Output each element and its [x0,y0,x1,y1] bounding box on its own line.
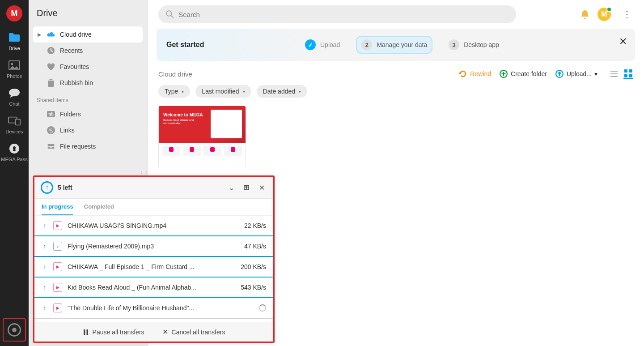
banner-step-desktop-app[interactable]: 3 Desktop app [444,37,504,53]
shared-items-label: Shared items [29,93,147,104]
svg-point-1 [11,63,13,65]
transfer-row[interactable]: ↑ ▶ "The Double Life of My Billionaire H… [34,298,273,319]
filter-last-modified[interactable]: Last modified▾ [195,85,251,98]
rail-label: Photos [7,73,22,79]
rail-item-devices[interactable]: Devices [0,110,29,138]
audio-file-icon: ♪ [53,242,62,251]
transfer-speed: 47 KB/s [244,243,266,250]
search-icon [165,10,174,19]
rail-item-photos[interactable]: Photos [0,55,29,82]
close-icon[interactable]: ✕ [256,182,267,193]
transfers-ring-icon [8,323,21,337]
banner-close-icon[interactable]: ✕ [619,36,627,47]
nav-label: Folders [60,111,81,118]
banner-title: Get started [166,41,283,49]
brand-letter: M [6,5,22,21]
rewind-button[interactable]: Rewind [458,69,491,78]
pause-all-button[interactable]: Pause all transfers [83,328,144,336]
cloud-icon [47,30,55,39]
upload-arrow-icon: ↑ [42,243,48,250]
breadcrumb[interactable]: Cloud drive [158,70,192,78]
tab-completed[interactable]: Completed [84,203,114,215]
more-menu-icon[interactable]: ⋮ [619,7,635,21]
rewind-icon [458,69,467,78]
rail-transfers-indicator[interactable] [3,318,26,342]
nav-shared-links[interactable]: Links [33,122,143,138]
video-file-icon: ▶ [53,221,62,230]
swap-icon [47,110,55,119]
transfer-speed: 543 KB/s [241,284,266,291]
app-rail: M Drive Photos Chat Devices [0,0,29,346]
step-badge: 3 [449,39,459,50]
cancel-all-button[interactable]: ✕ Cancel all transfers [162,328,225,336]
transfer-row[interactable]: ↑ ▶ CHIIKAWA _ Full Episode 1 _ Firm Cus… [34,257,273,278]
rail-label: Devices [5,129,23,134]
transfer-filename: CHIIKAWA USAGI'S SINGING.mp4 [68,222,239,229]
create-folder-button[interactable]: Create folder [499,69,547,78]
list-view-icon[interactable] [609,69,619,79]
svg-rect-12 [624,69,627,73]
step-label: Manage your data [377,41,427,48]
svg-rect-13 [629,69,632,73]
step-badge: 2 [361,39,372,50]
nav-shared-folders[interactable]: Folders [33,106,143,122]
notifications-bell-icon[interactable] [580,9,589,19]
nav-label: File requests [60,143,96,150]
transfer-row[interactable]: ↑ ▶ CHIIKAWA USAGI'S SINGING.mp4 22 KB/s [34,216,273,236]
keyhole-icon [8,142,21,155]
pause-icon [83,329,89,335]
nav-cloud-drive[interactable]: ▶ Cloud drive [33,26,143,43]
upload-arrow-icon: ↑ [42,263,48,270]
devices-icon [8,115,21,127]
heart-icon [47,62,55,71]
tab-in-progress[interactable]: In progress [42,203,73,215]
banner-step-upload[interactable]: ✓ Upload [301,37,344,53]
nav-label: Favourites [60,63,89,70]
user-avatar[interactable]: M [597,8,611,21]
rail-item-chat[interactable]: Chat [0,82,29,110]
rail-label: MEGA Pass [1,157,27,162]
transfers-panel: ↑ 5 left ⌄ ✕ In progress Completed ↑ ▶ C… [33,175,275,343]
sidebar-title: Drive [29,0,147,25]
svg-rect-15 [629,74,632,77]
svg-rect-7 [47,111,55,117]
filter-date-added[interactable]: Date added▾ [257,85,307,98]
thumb-headline: Welcome to MEGA [163,112,203,118]
nav-label: Recents [60,47,83,54]
svg-rect-3 [16,120,20,125]
transfers-header: ↑ 5 left ⌄ ✕ [34,177,273,199]
svg-point-9 [166,11,172,16]
search-input[interactable] [178,11,509,18]
upload-arrow-icon: ↑ [42,304,48,312]
collapse-icon[interactable]: ⌄ [226,182,237,193]
transfers-tabs: In progress Completed [34,199,273,216]
brand-logo[interactable]: M [0,0,29,27]
nav-rubbish-bin[interactable]: Rubbish bin [33,75,143,91]
filter-chips: Type▾ Last modified▾ Date added▾ [148,81,644,104]
banner-step-manage-data[interactable]: 2 Manage your data [357,37,432,53]
transfer-filename: CHIIKAWA _ Full Episode 1 _ Firm Custard… [68,263,235,270]
file-thumbnail[interactable]: Welcome to MEGA Secure cloud storage and… [158,106,246,168]
rail-label: Chat [9,101,19,107]
nav-favourites[interactable]: Favourites [33,59,143,75]
filter-type[interactable]: Type▾ [158,85,190,98]
transfers-list: ↑ ▶ CHIIKAWA USAGI'S SINGING.mp4 22 KB/s… [34,216,273,322]
transfer-row[interactable]: ↑ ▶ Kid Books Read Aloud _ (Fun Animal A… [34,278,273,298]
rail-item-drive[interactable]: Drive [0,27,29,55]
nav-label: Rubbish bin [60,79,93,86]
rail-item-megapass[interactable]: MEGA Pass [0,138,29,166]
popout-icon[interactable] [241,182,252,193]
svg-rect-17 [86,329,88,335]
transfer-speed: 200 KB/s [241,263,266,270]
step-label: Upload [320,41,340,48]
upload-button[interactable]: Upload... ▾ [555,69,597,78]
nav-recents[interactable]: Recents [33,43,143,59]
nav-file-requests[interactable]: File requests [33,138,143,154]
svg-rect-16 [84,329,85,335]
video-file-icon: ▶ [53,283,62,292]
transfer-row[interactable]: ↑ ♪ Flying (Remastered 2009).mp3 47 KB/s [34,236,273,257]
nav-label: Cloud drive [60,31,92,38]
grid-view-icon[interactable] [623,69,633,79]
search-field[interactable] [158,5,516,23]
transfer-filename: Kid Books Read Aloud _ (Fun Animal Alpha… [68,284,235,291]
